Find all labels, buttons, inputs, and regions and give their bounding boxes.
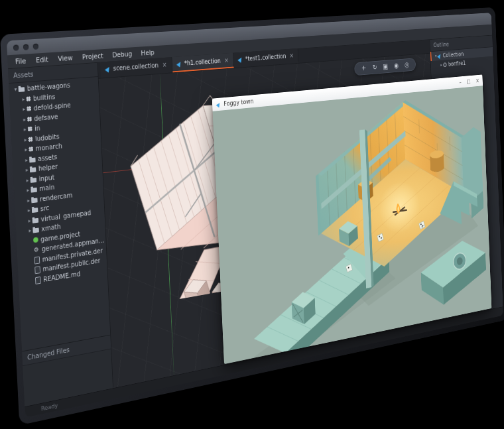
asset-type-icon [35, 276, 41, 284]
asset-type-icon [32, 218, 39, 223]
outline-tree: ▾ Collection ▸ bonfire1 [430, 47, 493, 70]
expand-arrow-icon[interactable] [29, 271, 34, 271]
tab-close-icon[interactable]: × [224, 57, 229, 64]
editor-window: File Edit View Project Debug Help Assets [7, 13, 503, 417]
collection-icon [176, 60, 182, 67]
status-text: Ready [41, 402, 58, 412]
asset-type-icon [32, 208, 38, 213]
asset-type-icon [29, 157, 36, 162]
menu-item[interactable]: Project [82, 52, 103, 61]
defold-logo-icon [216, 101, 221, 107]
asset-type-icon [34, 267, 40, 275]
asset-type-icon [27, 96, 31, 101]
tree-item-label: input [38, 174, 54, 182]
tree-item-label: main [39, 184, 54, 192]
asset-type-icon [31, 178, 37, 183]
stage: File Edit View Project Debug Help Assets [0, 0, 504, 429]
menu-item[interactable]: Edit [36, 55, 48, 64]
outline-type-icon [443, 62, 446, 67]
camera-mode-icon[interactable]: ◎ [403, 61, 410, 69]
expand-arrow-icon[interactable] [28, 241, 33, 241]
asset-type-icon [19, 88, 25, 93]
maximize-button[interactable]: □ [466, 78, 470, 84]
traffic-light-maximize[interactable] [33, 43, 39, 49]
tab-label: *h1.collection [184, 58, 221, 67]
expand-arrow-icon[interactable] [29, 261, 34, 261]
traffic-light-minimize[interactable] [23, 44, 29, 50]
asset-type-icon [32, 228, 39, 233]
outline-item-label: Collection [443, 51, 464, 58]
tree-item-label: builtins [33, 93, 56, 102]
viewport-toolbar: + ↻ ▣ ◉ ◎ [354, 58, 416, 76]
game-window-title: Foggy town [223, 98, 253, 107]
asset-type-icon [29, 147, 33, 152]
expand-arrow-icon[interactable] [29, 251, 34, 251]
expand-arrow-icon[interactable] [30, 280, 35, 281]
asset-type-icon [31, 188, 37, 193]
asset-type-icon [34, 247, 40, 253]
tree-item-label: in [34, 125, 40, 133]
asset-type-icon [30, 168, 36, 173]
rotate-tool-icon[interactable]: ↻ [371, 64, 379, 72]
minimize-button[interactable]: – [459, 79, 461, 85]
tree-item-label: helper [38, 163, 58, 172]
menu-item[interactable]: Help [141, 48, 155, 57]
tab-close-icon[interactable]: × [289, 52, 294, 59]
asset-type-icon [29, 137, 33, 142]
collection-icon [237, 56, 243, 62]
asset-type-icon [31, 198, 38, 203]
asset-type-icon [27, 117, 32, 121]
scale-tool-icon[interactable]: ▣ [382, 63, 389, 71]
menu-item[interactable]: Debug [112, 50, 132, 58]
tree-item-label: ludobits [35, 133, 60, 142]
asset-type-icon [27, 106, 31, 111]
collection-icon [105, 65, 111, 72]
menu-item[interactable]: View [58, 54, 73, 62]
tab-close-icon[interactable]: × [162, 61, 166, 68]
tab-label: *test1.collection [245, 53, 286, 62]
menu-item[interactable]: File [15, 57, 27, 66]
tree-item-label: src [40, 204, 50, 212]
assets-tree: ▾ battle-wagons ▸ builtins [9, 77, 110, 351]
outline-item-label: bonfire1 [448, 60, 466, 67]
visibility-icon[interactable]: ◉ [393, 62, 399, 70]
assets-panel: Assets ▾ battle-wagons ▸ [8, 63, 113, 406]
traffic-light-close[interactable] [13, 44, 19, 50]
move-tool-icon[interactable]: + [360, 64, 367, 72]
tab-label: scene.collection [113, 62, 158, 72]
laptop-bezel: File Edit View Project Debug Help Assets [0, 7, 504, 426]
tree-item-label: assets [38, 153, 58, 162]
asset-type-icon [34, 256, 40, 264]
asset-type-icon [33, 237, 38, 243]
tree-item-label: defsave [34, 113, 58, 122]
close-button[interactable]: × [475, 78, 479, 84]
asset-type-icon [28, 127, 32, 132]
